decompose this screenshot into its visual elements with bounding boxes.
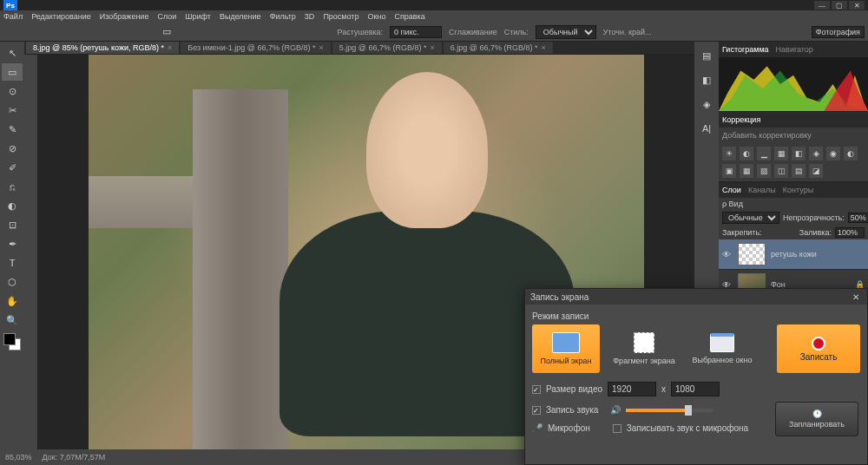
menu-view[interactable]: Просмотр <box>323 12 358 21</box>
pen-tool[interactable]: ✒ <box>2 235 23 252</box>
brush-tool[interactable]: ✐ <box>2 159 23 176</box>
tab-close-icon[interactable]: × <box>168 43 172 52</box>
healing-tool[interactable]: ⊘ <box>2 140 23 157</box>
menu-filter[interactable]: Фильтр <box>270 12 296 21</box>
levels-icon[interactable]: ◐ <box>740 147 753 160</box>
character-icon[interactable]: A| <box>696 118 717 139</box>
refine-edge-button[interactable]: Уточн. край... <box>603 28 652 36</box>
feather-input[interactable] <box>390 26 442 38</box>
move-tool[interactable]: ↖ <box>2 44 23 62</box>
curves-icon[interactable]: ▁ <box>757 147 771 160</box>
menu-layers[interactable]: Слои <box>157 12 176 21</box>
menu-image[interactable]: Изображение <box>100 12 149 21</box>
feather-label: Растушевка: <box>338 28 384 36</box>
lasso-tool[interactable]: ⊙ <box>2 82 23 100</box>
menu-help[interactable]: Справка <box>394 12 424 21</box>
close-button[interactable]: ✕ <box>849 1 865 10</box>
color-balance-icon[interactable]: ◉ <box>826 147 840 160</box>
schedule-button[interactable]: 🕐 Запланировать <box>775 402 858 436</box>
menu-select[interactable]: Выделение <box>220 12 261 21</box>
tab-adjustments[interactable]: Коррекция <box>722 115 760 124</box>
zoom-level[interactable]: 85,03% <box>5 453 32 462</box>
visibility-icon[interactable]: 👁 <box>722 250 733 259</box>
history-icon[interactable]: ▤ <box>696 45 717 66</box>
minimize-button[interactable]: — <box>814 1 830 10</box>
tab-close-icon[interactable]: × <box>541 43 545 52</box>
antialias-checkbox[interactable]: Сглаживание <box>449 28 497 36</box>
style-label: Стиль: <box>504 28 529 36</box>
slider-thumb[interactable] <box>685 405 692 416</box>
tab-close-icon[interactable]: × <box>319 43 324 52</box>
video-size-label: Размер видео <box>546 384 602 394</box>
mode-label: Полный экран <box>540 357 591 365</box>
channel-mixer-icon[interactable]: ▦ <box>740 164 753 178</box>
tab-histogram[interactable]: Гистограмма <box>722 45 769 54</box>
type-tool[interactable]: T <box>2 254 23 272</box>
workspace-select[interactable]: Фотография <box>812 26 865 38</box>
crop-tool[interactable]: ✂ <box>2 102 23 119</box>
marquee-tool[interactable]: ▭ <box>2 63 23 81</box>
layer-row[interactable]: 👁 ретушь кожи <box>719 239 868 270</box>
dialog-titlebar[interactable]: Запись экрана ✕ <box>525 289 867 305</box>
lookup-icon[interactable]: ▨ <box>757 164 771 178</box>
width-input[interactable] <box>608 382 656 396</box>
bw-icon[interactable]: ◐ <box>844 147 858 160</box>
record-button[interactable]: Записать <box>777 324 860 373</box>
menu-file[interactable]: Файл <box>3 12 23 21</box>
tab-layers[interactable]: Слои <box>722 186 741 194</box>
style-select[interactable]: Обычный <box>536 25 596 39</box>
mode-fullscreen[interactable]: Полный экран <box>532 324 600 373</box>
document-info[interactable]: Док: 7,07M/7,57M <box>43 453 106 462</box>
blend-mode-select[interactable]: Обычные <box>722 212 779 224</box>
tab-channels[interactable]: Каналы <box>748 186 776 194</box>
menu-window[interactable]: Окно <box>367 12 385 21</box>
audio-checkbox[interactable] <box>532 406 541 415</box>
mode-window[interactable]: Выбранное окно <box>688 324 756 373</box>
eyedropper-tool[interactable]: ✎ <box>2 121 23 138</box>
hand-tool[interactable]: ✋ <box>2 292 23 310</box>
video-size-checkbox[interactable] <box>532 385 541 394</box>
layer-name[interactable]: ретушь кожи <box>771 250 817 259</box>
photo-filter-icon[interactable]: ▣ <box>722 164 736 178</box>
menu-type[interactable]: Шрифт <box>185 12 211 21</box>
vibrance-icon[interactable]: ◧ <box>792 147 806 160</box>
fill-input[interactable] <box>835 227 865 238</box>
menu-3d[interactable]: 3D <box>305 12 315 21</box>
maximize-button[interactable]: ▢ <box>832 1 847 10</box>
menu-edit[interactable]: Редактирование <box>31 12 91 21</box>
document-tab[interactable]: 6.jpg @ 66,7% (RGB/8) *× <box>444 42 553 54</box>
invert-icon[interactable]: ◫ <box>774 164 788 178</box>
posterize-icon[interactable]: ▤ <box>792 164 806 178</box>
styles-icon[interactable]: ◈ <box>696 94 717 115</box>
swatches-icon[interactable]: ◧ <box>696 69 717 90</box>
mode-fragment[interactable]: Фрагмент экрана <box>610 324 678 373</box>
layer-thumbnail[interactable] <box>738 243 766 265</box>
hue-icon[interactable]: ◈ <box>809 147 823 160</box>
dialog-close-icon[interactable]: ✕ <box>850 292 862 302</box>
stamp-tool[interactable]: ⎌ <box>2 178 23 195</box>
opacity-input[interactable] <box>848 213 868 223</box>
vertical-ruler[interactable] <box>24 55 38 454</box>
document-tab[interactable]: 5.jpg @ 66,7% (RGB/8) *× <box>332 42 442 54</box>
zoom-tool[interactable]: 🔍 <box>2 311 23 329</box>
mic-record-checkbox[interactable] <box>613 424 621 433</box>
gradient-tool[interactable]: ◐ <box>2 197 23 214</box>
document-tab[interactable]: 8.jpg @ 85% (ретушь кожи, RGB/8) *× <box>26 42 179 54</box>
threshold-icon[interactable]: ◪ <box>809 164 823 178</box>
speaker-icon[interactable]: 🔊 <box>610 405 621 415</box>
fg-color-swatch[interactable] <box>3 333 16 345</box>
tab-navigator[interactable]: Навигатор <box>776 45 813 54</box>
exposure-icon[interactable]: ▦ <box>774 147 788 160</box>
height-input[interactable] <box>671 382 720 396</box>
brightness-icon[interactable]: ☀ <box>722 147 736 160</box>
blur-tool[interactable]: ⊡ <box>2 216 23 233</box>
tab-close-icon[interactable]: × <box>430 43 434 52</box>
tool-preset-icon[interactable]: ▭ <box>156 23 177 41</box>
volume-slider[interactable] <box>626 409 713 412</box>
shape-tool[interactable]: ⬡ <box>2 273 23 291</box>
color-swatches[interactable] <box>3 333 21 350</box>
tab-paths[interactable]: Контуры <box>783 186 813 194</box>
fill-label: Заливка: <box>799 228 832 237</box>
x-label: х <box>661 384 666 394</box>
document-tab[interactable]: Без имени-1.jpg @ 66,7% (RGB/8) *× <box>181 42 331 54</box>
